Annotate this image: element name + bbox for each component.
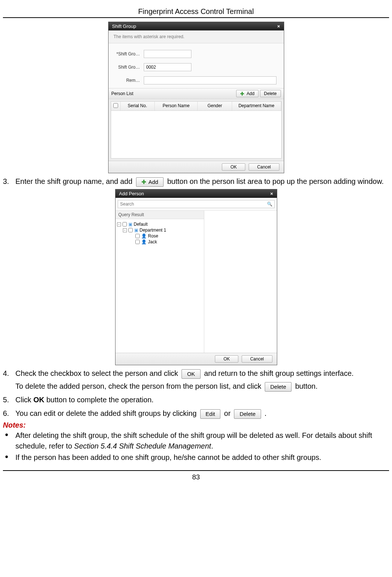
- inline-delete-button[interactable]: Delete: [265, 382, 292, 392]
- remark-field: Rem…: [115, 76, 277, 84]
- col-serial: Serial No.: [121, 102, 155, 110]
- page-number: 83: [3, 470, 389, 481]
- node-checkbox[interactable]: [122, 222, 127, 226]
- split-pane: Query Result − ▣ Default − ▣ Department …: [116, 211, 277, 353]
- plus-icon: ✚: [240, 91, 244, 96]
- step-4: 4. Check the checkbox to select the pers…: [3, 368, 389, 392]
- shift-group-code-field: Shift Gro…: [115, 63, 191, 71]
- ok-button[interactable]: OK: [215, 355, 238, 363]
- shift-group-name-field: *Shift Gro…: [115, 50, 191, 58]
- dialog-title: Add Person: [119, 191, 144, 196]
- note-ref: Section 5.4.4 Shift Schedule Management: [74, 442, 211, 450]
- query-result-pane: Query Result − ▣ Default − ▣ Department …: [116, 211, 204, 353]
- department-icon: ▣: [134, 228, 138, 233]
- step-5: 5. Click OK button to complete the opera…: [3, 395, 389, 405]
- person-icon: 👤: [141, 239, 147, 244]
- shift-group-code-label: Shift Gro…: [115, 65, 140, 70]
- remark-input[interactable]: [144, 76, 276, 84]
- required-info-bar: The items with asterisk are required.: [109, 30, 284, 43]
- shift-group-dialog: Shift Group × The items with asterisk ar…: [108, 22, 284, 173]
- step-number: 3.: [3, 176, 12, 187]
- note-text: If the person has been added to one shif…: [15, 452, 321, 463]
- step-text: Click: [15, 396, 33, 404]
- step-text: .: [264, 409, 267, 417]
- select-all-checkbox[interactable]: [113, 103, 118, 108]
- org-tree: − ▣ Default − ▣ Department 1 👤 Rose: [116, 219, 204, 247]
- tree-node-dept1[interactable]: − ▣ Department 1: [117, 227, 202, 233]
- person-list-label: Person List: [111, 91, 133, 96]
- tree-node-person-rose[interactable]: 👤 Rose: [117, 233, 202, 239]
- step-number: 6.: [3, 408, 12, 419]
- step-text: button on the person list area to pop up…: [167, 177, 384, 185]
- inline-edit-button[interactable]: Edit: [200, 409, 221, 419]
- note-text: .: [211, 442, 213, 450]
- step-text: and return to the shift group settings i…: [204, 369, 353, 377]
- dialog-titlebar: Add Person ×: [116, 189, 277, 198]
- close-icon[interactable]: ×: [270, 191, 273, 196]
- note-item: ● After deleting the shift group, the sh…: [3, 430, 389, 451]
- node-label: Rose: [148, 233, 158, 239]
- node-label: Jack: [148, 239, 157, 244]
- shift-group-name-input[interactable]: [144, 50, 191, 58]
- step-3: 3. Enter the shift group name, and add ✚…: [3, 176, 389, 187]
- collapse-icon[interactable]: −: [117, 222, 121, 226]
- step-number: 5.: [3, 395, 12, 405]
- tree-node-person-jack[interactable]: 👤 Jack: [117, 239, 202, 245]
- close-icon[interactable]: ×: [277, 23, 280, 29]
- col-dept: Department Name: [232, 102, 281, 110]
- dialog-footer: OK Cancel: [116, 353, 277, 365]
- step-number: 4.: [3, 368, 12, 392]
- step-text: You can edit or delete the added shift g…: [15, 409, 197, 417]
- dialog-title: Shift Group: [112, 23, 136, 29]
- step-text: button to complete the operation.: [44, 396, 154, 404]
- step-text: or: [224, 409, 231, 417]
- search-row: 🔍: [116, 198, 277, 211]
- dialog-footer: OK Cancel: [109, 161, 284, 173]
- add-person-button[interactable]: ✚ Add: [236, 90, 258, 97]
- person-icon: 👤: [141, 233, 147, 239]
- ok-button[interactable]: OK: [222, 163, 245, 171]
- note-item: ● If the person has been added to one sh…: [3, 452, 389, 463]
- step-text: Enter the shift group name, and add: [15, 177, 132, 185]
- select-all-header[interactable]: [111, 102, 121, 110]
- shift-group-code-input[interactable]: [144, 63, 191, 71]
- inline-add-label: Add: [149, 178, 158, 186]
- bullet-icon: ●: [3, 430, 10, 451]
- inline-ok-button[interactable]: OK: [182, 369, 201, 379]
- page-header: Fingerprint Access Control Terminal: [3, 7, 389, 18]
- cancel-button[interactable]: Cancel: [242, 355, 272, 363]
- table-header: Serial No. Person Name Gender Department…: [111, 102, 281, 111]
- step-text-bold: OK: [33, 396, 44, 404]
- node-label: Default: [134, 222, 148, 227]
- inline-add-button[interactable]: ✚ Add: [136, 177, 164, 187]
- person-list-table: Serial No. Person Name Gender Department…: [111, 101, 282, 159]
- cancel-button[interactable]: Cancel: [249, 163, 279, 171]
- node-checkbox[interactable]: [135, 240, 140, 244]
- col-name: Person Name: [155, 102, 198, 110]
- plus-icon: ✚: [142, 179, 146, 185]
- search-input[interactable]: [118, 200, 275, 208]
- node-checkbox[interactable]: [128, 228, 133, 232]
- step-text: button.: [295, 382, 318, 390]
- right-pane: [204, 211, 277, 353]
- bullet-icon: ●: [3, 452, 10, 463]
- col-gender: Gender: [198, 102, 232, 110]
- step-text: Check the checkbox to select the person …: [15, 369, 178, 377]
- step-6: 6. You can edit or delete the added shif…: [3, 408, 389, 419]
- add-person-dialog: Add Person × 🔍 Query Result − ▣ Default …: [115, 189, 277, 365]
- dialog-titlebar: Shift Group ×: [109, 22, 284, 30]
- form-area: *Shift Gro… Shift Gro… Rem…: [109, 43, 284, 88]
- tree-node-default[interactable]: − ▣ Default: [117, 221, 202, 227]
- collapse-icon[interactable]: −: [123, 228, 127, 232]
- node-label: Department 1: [140, 228, 166, 233]
- inline-delete-button[interactable]: Delete: [234, 409, 261, 419]
- delete-person-button[interactable]: Delete: [260, 90, 281, 97]
- person-list-bar: Person List ✚ Add Delete: [109, 88, 284, 99]
- department-icon: ▣: [128, 222, 132, 227]
- node-checkbox[interactable]: [135, 234, 140, 238]
- remark-label: Rem…: [115, 78, 140, 83]
- notes-label: Notes:: [3, 421, 389, 429]
- shift-group-name-label: *Shift Gro…: [115, 51, 140, 57]
- pane-title: Query Result: [116, 211, 204, 219]
- add-label: Add: [246, 91, 254, 96]
